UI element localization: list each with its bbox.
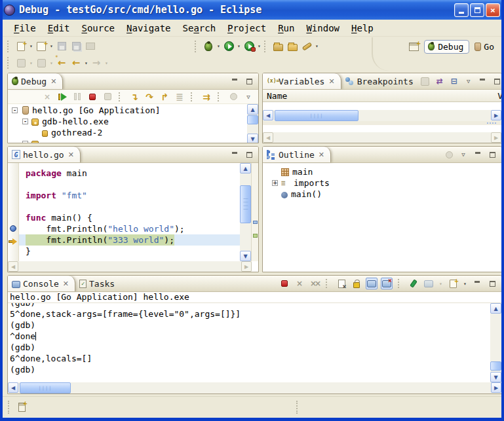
view-minimize-button[interactable] xyxy=(477,75,489,87)
menu-edit[interactable]: Edit xyxy=(42,22,76,35)
debug-view-extra-button[interactable] xyxy=(227,91,239,103)
menu-window[interactable]: Window xyxy=(300,22,345,35)
view-maximize-button[interactable] xyxy=(243,75,255,87)
window-maximize-button[interactable] xyxy=(470,3,484,17)
view-maximize-button[interactable] xyxy=(243,149,255,160)
column-name[interactable]: Name xyxy=(267,91,287,101)
forward-dropdown[interactable]: ▾ xyxy=(104,60,109,66)
toolbar-grip[interactable] xyxy=(7,57,12,69)
variables-view-menu-button[interactable]: ▽ xyxy=(463,75,475,87)
disconnect-button[interactable] xyxy=(102,91,113,103)
new-project-button[interactable]: + xyxy=(34,39,48,54)
scroll-left-icon[interactable]: ◀ xyxy=(263,132,273,143)
console-vscrollbar[interactable]: ▲ ▼ xyxy=(490,303,501,382)
fast-view-button[interactable]: + xyxy=(14,400,29,414)
search-button[interactable] xyxy=(300,39,314,54)
view-maximize-button[interactable] xyxy=(486,278,498,289)
view-minimize-button[interactable] xyxy=(471,278,483,289)
forward-button[interactable]: → xyxy=(89,56,104,70)
tab-tasks[interactable]: Tasks xyxy=(75,276,121,291)
show-stdout-button[interactable] xyxy=(366,278,378,289)
view-maximize-button[interactable] xyxy=(492,75,502,87)
suspend-button[interactable] xyxy=(71,91,83,103)
code-line[interactable]: fmt.Println("333 world"); xyxy=(19,234,240,246)
open-console-dropdown[interactable]: ▾ xyxy=(462,281,468,287)
perspective-debug-button[interactable]: Debug xyxy=(424,40,469,54)
terminate-button[interactable] xyxy=(87,91,98,103)
column-value[interactable]: V xyxy=(497,91,502,101)
code-editor[interactable]: package mainimport "fmt"func main() { fm… xyxy=(19,163,240,261)
perspective-go-button[interactable]: Go xyxy=(473,41,496,53)
code-line[interactable]: } xyxy=(19,246,240,257)
tab-breakpoints[interactable]: Breakpoints xyxy=(341,73,419,89)
toolbar-grip[interactable] xyxy=(195,41,199,52)
next-annotation-button[interactable] xyxy=(14,56,28,70)
external-tools-button[interactable] xyxy=(242,39,256,54)
code-line[interactable]: fmt.Println("hello world"); xyxy=(19,223,240,234)
tab-outline[interactable]: Outline ✕ xyxy=(263,147,331,162)
console-terminate-button[interactable] xyxy=(279,278,290,289)
scroll-left-icon[interactable]: ◀ xyxy=(8,261,18,272)
open-perspective-button[interactable]: + xyxy=(406,39,421,54)
toolbar-grip[interactable] xyxy=(264,41,269,52)
scroll-left-icon[interactable]: ◀ xyxy=(8,382,18,393)
console-output[interactable]: (gdb) 5^done,stack-args=[frame={level="0… xyxy=(10,303,490,382)
clear-console-button[interactable] xyxy=(336,278,347,289)
editor-vscrollbar[interactable]: ▲ |||| ▼ xyxy=(240,163,251,261)
new-wizard-dropdown[interactable]: ▾ xyxy=(28,43,34,49)
drop-to-frame-button[interactable]: ≣ xyxy=(174,91,185,103)
tree-row[interactable]: -gdb-hello.exe xyxy=(8,116,247,127)
collapse-all-button[interactable]: ⊟ xyxy=(448,75,460,87)
code-line[interactable]: import "fmt" xyxy=(19,190,240,201)
editor-hscrollbar[interactable]: ◀ ▶ xyxy=(8,261,252,272)
menu-run[interactable]: Run xyxy=(272,22,300,35)
overview-ip-mark[interactable] xyxy=(253,234,258,238)
console-tab-close-icon[interactable]: ✕ xyxy=(63,280,69,288)
tab-variables[interactable]: (x)= Variables ✕ xyxy=(263,73,341,89)
debug-launch-button[interactable] xyxy=(201,39,216,54)
statusbar-grip[interactable] xyxy=(8,401,12,414)
scroll-right-icon[interactable]: ▶ xyxy=(491,132,501,143)
show-stderr-button[interactable] xyxy=(381,278,393,289)
display-console-dropdown[interactable]: ▾ xyxy=(438,281,444,287)
tree-row[interactable]: main() xyxy=(268,189,501,200)
code-line[interactable] xyxy=(19,201,240,212)
tree-expander-icon[interactable]: - xyxy=(22,141,28,143)
view-minimize-button[interactable] xyxy=(229,75,241,87)
tree-expander-icon[interactable]: - xyxy=(22,119,28,124)
show-logical-structure-button[interactable]: ⇄ xyxy=(434,75,446,87)
window-titlebar[interactable]: Debug - testGo/src/cmd/hello.go - Eclips… xyxy=(0,0,504,20)
tab-debug[interactable]: Debug ✕ xyxy=(8,73,63,89)
scroll-right-icon[interactable]: ▶ xyxy=(241,261,252,272)
remove-launch-button[interactable]: × xyxy=(294,278,305,289)
scroll-down-icon[interactable]: ▼ xyxy=(247,134,258,143)
tree-row[interactable]: main xyxy=(268,166,501,177)
scroll-left-icon[interactable]: ◀ xyxy=(263,110,273,120)
variables-table-empty[interactable] xyxy=(263,102,501,110)
last-edit-location-button[interactable]: *← xyxy=(54,56,69,70)
scroll-right-icon[interactable]: ▶ xyxy=(491,110,501,120)
scroll-down-icon[interactable]: ▼ xyxy=(490,372,501,382)
save-all-button[interactable] xyxy=(69,39,83,54)
outline-tab-close-icon[interactable]: ✕ xyxy=(319,151,324,159)
variables-column-header[interactable]: Name V xyxy=(263,90,501,102)
scroll-right-icon[interactable]: ▶ xyxy=(491,382,501,393)
view-minimize-button[interactable] xyxy=(472,149,484,160)
scroll-lock-button[interactable] xyxy=(351,278,362,289)
tree-expander-icon[interactable]: + xyxy=(272,180,278,186)
variables-details-pane[interactable] xyxy=(263,125,501,132)
variables-tab-close-icon[interactable]: ✕ xyxy=(328,77,334,86)
menu-project[interactable]: Project xyxy=(222,22,272,35)
tree-expander-icon[interactable]: - xyxy=(12,107,18,113)
editor-overview-ruler[interactable] xyxy=(251,163,258,261)
menu-help[interactable]: Help xyxy=(345,22,379,35)
view-minimize-button[interactable] xyxy=(229,149,241,160)
scroll-up-icon[interactable]: ▲ xyxy=(490,303,501,314)
open-resource-button[interactable] xyxy=(285,39,300,54)
resume-button[interactable] xyxy=(56,91,68,103)
variables-details-sash[interactable] xyxy=(263,121,501,125)
run-launch-dropdown[interactable]: ▾ xyxy=(236,43,242,49)
tab-console[interactable]: Console ✕ xyxy=(8,276,75,291)
debug-launch-dropdown[interactable]: ▾ xyxy=(216,43,222,49)
breakpoint-icon[interactable] xyxy=(10,225,16,232)
